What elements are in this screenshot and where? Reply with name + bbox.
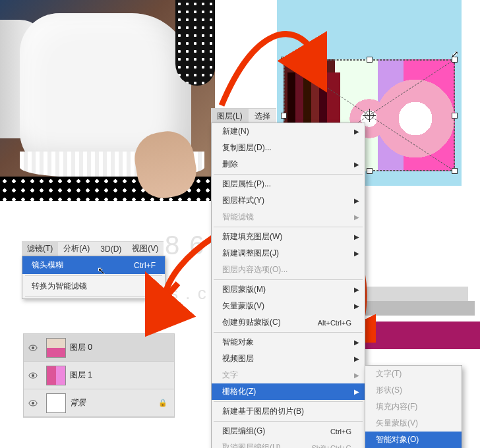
layer-item-group-shortcut: Ctrl+G (330, 428, 351, 435)
submenu-arrow-icon: ▶ (354, 355, 359, 362)
layer-item-delete[interactable]: 删除 ▶ (212, 156, 365, 173)
layer-label-background[interactable]: 背景 (70, 397, 86, 408)
submenu-arrow-icon: ▶ (354, 161, 359, 168)
menubar-item-3d[interactable]: 3D(D) (95, 242, 127, 256)
layer-menu: 新建(N) ▶ 复制图层(D)... 删除 ▶ 图层属性(P)... 图层样式(… (211, 123, 365, 448)
svg-point-7 (32, 402, 34, 405)
layer-item-ungroup-shortcut: Shift+Ctrl+G (311, 444, 351, 449)
menubar-item-select[interactable]: 选择 (249, 109, 276, 123)
layer-row-0[interactable]: 图层 0 (24, 334, 174, 362)
resize-cursor-icon: ⤢ (451, 49, 459, 59)
layer-item-duplicate[interactable]: 复制图层(D)... (212, 140, 365, 156)
layer-item-group[interactable]: 图层编组(G) Ctrl+G (212, 423, 365, 439)
layer-row-background[interactable]: 背景 🔒 (24, 389, 174, 417)
cursor-icon: ↖ (98, 266, 105, 276)
menubar-item-analysis[interactable]: 分析(A) (58, 241, 95, 256)
layer-item-smartfilter: 智能滤镜 ▶ (212, 209, 365, 225)
layer-item-vectormask[interactable]: 矢量蒙版(V) ▶ (212, 298, 365, 314)
rasterize-submenu: 文字(T) 形状(S) 填充内容(F) 矢量蒙版(V) 智能对象(O) 视频(D… (365, 365, 462, 448)
svg-point-3 (32, 347, 34, 349)
submenu-arrow-icon: ▶ (354, 197, 359, 204)
filter-item-lens-blur-label: 镜头模糊 (32, 260, 63, 271)
filter-item-convert-smart[interactable]: 转换为智能滤镜 (22, 277, 165, 295)
layer-item-style-label: 图层样式(Y) (222, 195, 351, 206)
layer-item-new[interactable]: 新建(N) ▶ (212, 123, 365, 140)
layer-item-newadjust-label: 新建调整图层(J) (222, 248, 351, 259)
filter-item-convert-smart-label: 转换为智能滤镜 (32, 281, 87, 292)
sub-item-type: 文字(T) (365, 366, 462, 382)
lock-icon: 🔒 (158, 399, 167, 407)
layer-item-layermask[interactable]: 图层蒙版(M) ▶ (212, 281, 365, 298)
sub-item-shape: 形状(S) (365, 382, 462, 399)
pink-ring-large (376, 79, 455, 158)
layer-item-rasterize-label: 栅格化(Z) (222, 386, 351, 397)
submenu-arrow-icon: ▶ (354, 339, 359, 346)
submenu-arrow-icon: ▶ (354, 233, 359, 240)
submenu-arrow-icon: ▶ (354, 250, 359, 257)
visibility-toggle[interactable] (24, 400, 42, 406)
sub-item-type-label: 文字(T) (376, 368, 448, 379)
layer-item-smartfilter-label: 智能滤镜 (222, 211, 351, 223)
layer-item-clippingmask[interactable]: 创建剪贴蒙版(C) Alt+Ctrl+G (212, 314, 365, 331)
eye-icon (28, 372, 38, 379)
layer-item-vectormask-label: 矢量蒙版(V) (222, 300, 351, 312)
sub-item-smartobject-label: 智能对象(O) (376, 434, 448, 445)
main-menubar-fragment: 图层(L) 选择 (211, 108, 276, 123)
layer-item-clippingmask-label: 创建剪贴蒙版(C) (222, 317, 318, 328)
layer-item-contentoptions: 图层内容选项(O)... (212, 262, 365, 278)
layer-label-1[interactable]: 图层 1 (70, 370, 92, 381)
layer-item-group-label: 图层编组(G) (222, 426, 330, 437)
submenu-arrow-icon: ▶ (354, 388, 359, 395)
layer-item-newfill-label: 新建填充图层(W) (222, 231, 351, 242)
fashion-photo (0, 0, 215, 201)
filter-menubar: 滤镜(T) 分析(A) 3D(D) 视图(V) (22, 241, 164, 256)
layer-item-duplicate-label: 复制图层(D)... (222, 142, 351, 154)
dark-item-right (175, 0, 215, 86)
eye-icon (28, 345, 38, 351)
layer-item-ungroup: 取消图层编组(U) Shift+Ctrl+G (212, 439, 365, 448)
layer-item-rasterize[interactable]: 栅格化(Z) ▶ (212, 383, 365, 400)
sub-item-shape-label: 形状(S) (376, 385, 448, 396)
layer-item-type: 文字 ▶ (212, 367, 365, 383)
layer-item-newfill[interactable]: 新建填充图层(W) ▶ (212, 229, 365, 245)
sub-item-fill: 填充内容(F) (365, 399, 462, 415)
layer-item-clippingmask-shortcut: Alt+Ctrl+G (318, 319, 351, 327)
layer-item-layermask-label: 图层蒙版(M) (222, 284, 351, 295)
layer-item-newadjust[interactable]: 新建调整图层(J) ▶ (212, 245, 365, 262)
submenu-arrow-icon: ▶ (354, 213, 359, 221)
submenu-arrow-icon: ▶ (354, 128, 359, 135)
layer-item-smartobjects[interactable]: 智能对象 ▶ (212, 334, 365, 350)
svg-point-5 (32, 374, 34, 377)
menubar-item-view[interactable]: 视图(V) (127, 241, 164, 256)
sub-item-vectormask: 矢量蒙版(V) (365, 415, 462, 432)
layer-item-delete-label: 删除 (222, 159, 351, 170)
layer-item-type-label: 文字 (222, 370, 351, 381)
filter-item-lens-blur-shortcut: Ctrl+F (134, 261, 156, 270)
layer-item-smartobjects-label: 智能对象 (222, 337, 351, 348)
layer-item-style[interactable]: 图层样式(Y) ▶ (212, 192, 365, 209)
layer-label-0[interactable]: 图层 0 (70, 342, 92, 353)
menubar-item-layer[interactable]: 图层(L) (211, 109, 249, 123)
layer-item-properties[interactable]: 图层属性(P)... (212, 176, 365, 192)
filter-dropdown: 镜头模糊 Ctrl+F 转换为智能滤镜 (22, 256, 165, 299)
layer-item-newslice[interactable]: 新建基于图层的切片(B) (212, 403, 365, 420)
layer-row-1[interactable]: 图层 1 (24, 362, 174, 389)
layer-thumbnail[interactable] (46, 393, 66, 413)
submenu-arrow-icon: ▶ (354, 372, 359, 379)
visibility-toggle[interactable] (24, 372, 42, 379)
layer-item-videolayers[interactable]: 视频图层 ▶ (212, 350, 365, 367)
layer-thumbnail[interactable] (46, 338, 66, 358)
submenu-arrow-icon: ▶ (354, 302, 359, 310)
sub-item-vectormask-label: 矢量蒙版(V) (376, 418, 448, 429)
layer-item-ungroup-label: 取消图层编组(U) (222, 442, 311, 448)
layer-thumbnail[interactable] (46, 366, 66, 385)
layer-item-newslice-label: 新建基于图层的切片(B) (222, 406, 351, 417)
layer-item-new-label: 新建(N) (222, 126, 351, 137)
visibility-toggle[interactable] (24, 345, 42, 351)
sub-item-fill-label: 填充内容(F) (376, 401, 448, 412)
eye-icon (28, 400, 38, 406)
sub-item-smartobject[interactable]: 智能对象(O) (365, 432, 462, 448)
layers-panel: 图层 0 图层 1 背景 🔒 (23, 333, 175, 418)
menubar-item-filter[interactable]: 滤镜(T) (22, 241, 58, 256)
filter-item-lens-blur[interactable]: 镜头模糊 Ctrl+F (22, 256, 165, 274)
